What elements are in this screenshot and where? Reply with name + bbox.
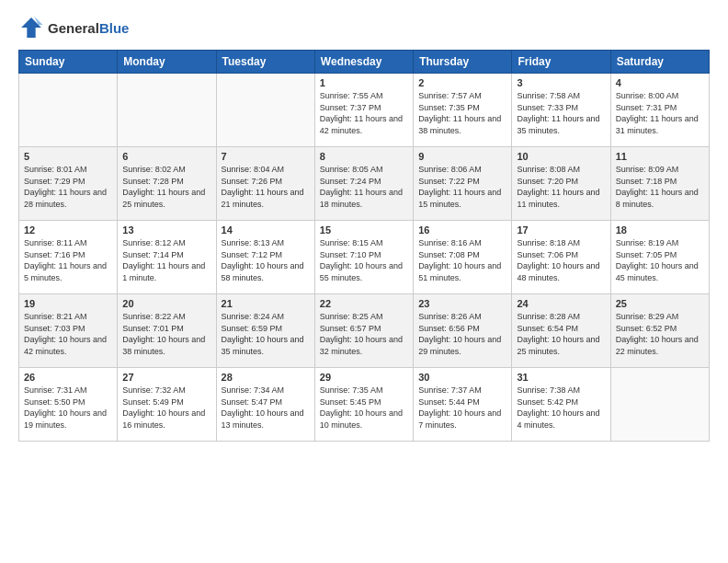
day-info: Sunrise: 7:31 AMSunset: 5:50 PMDaylight:… xyxy=(24,385,112,431)
day-info: Sunrise: 8:29 AMSunset: 6:52 PMDaylight:… xyxy=(616,311,704,357)
day-info: Sunrise: 7:37 AMSunset: 5:44 PMDaylight:… xyxy=(418,385,506,431)
day-number: 2 xyxy=(418,77,506,88)
header-tuesday: Tuesday xyxy=(216,51,314,74)
day-cell xyxy=(118,74,216,147)
day-info: Sunrise: 8:16 AMSunset: 7:08 PMDaylight:… xyxy=(418,237,506,283)
day-number: 25 xyxy=(616,298,704,309)
header-sunday: Sunday xyxy=(19,51,118,74)
header-thursday: Thursday xyxy=(414,51,512,74)
day-info: Sunrise: 7:34 AMSunset: 5:47 PMDaylight:… xyxy=(222,385,310,431)
week-row-4: 19Sunrise: 8:21 AMSunset: 7:03 PMDayligh… xyxy=(19,294,710,368)
day-number: 4 xyxy=(616,77,704,88)
day-info: Sunrise: 8:12 AMSunset: 7:14 PMDaylight:… xyxy=(122,237,210,283)
day-info: Sunrise: 8:19 AMSunset: 7:05 PMDaylight:… xyxy=(616,237,704,283)
day-cell: 4Sunrise: 8:00 AMSunset: 7:31 PMDaylight… xyxy=(610,74,709,147)
day-cell: 9Sunrise: 8:06 AMSunset: 7:22 PMDaylight… xyxy=(414,147,512,221)
day-number: 27 xyxy=(122,372,210,383)
day-number: 16 xyxy=(418,224,506,236)
day-cell: 18Sunrise: 8:19 AMSunset: 7:05 PMDayligh… xyxy=(610,221,709,294)
day-cell xyxy=(610,368,709,442)
day-cell: 20Sunrise: 8:22 AMSunset: 7:01 PMDayligh… xyxy=(118,294,216,368)
day-cell: 30Sunrise: 7:37 AMSunset: 5:44 PMDayligh… xyxy=(414,368,512,442)
day-info: Sunrise: 8:24 AMSunset: 6:59 PMDaylight:… xyxy=(222,311,310,357)
day-cell: 24Sunrise: 8:28 AMSunset: 6:54 PMDayligh… xyxy=(512,294,610,368)
day-cell: 15Sunrise: 8:15 AMSunset: 7:10 PMDayligh… xyxy=(314,221,413,294)
day-number: 8 xyxy=(320,151,408,162)
calendar-header-row: SundayMondayTuesdayWednesdayThursdayFrid… xyxy=(19,51,710,74)
day-cell: 25Sunrise: 8:29 AMSunset: 6:52 PMDayligh… xyxy=(610,294,709,368)
day-number: 3 xyxy=(517,77,605,88)
day-cell: 7Sunrise: 8:04 AMSunset: 7:26 PMDaylight… xyxy=(216,147,314,221)
day-cell xyxy=(19,74,118,147)
day-cell: 23Sunrise: 8:26 AMSunset: 6:56 PMDayligh… xyxy=(414,294,512,368)
day-cell: 5Sunrise: 8:01 AMSunset: 7:29 PMDaylight… xyxy=(19,147,118,221)
day-number: 6 xyxy=(122,151,210,162)
header-saturday: Saturday xyxy=(610,51,709,74)
day-info: Sunrise: 7:38 AMSunset: 5:42 PMDaylight:… xyxy=(517,385,605,431)
day-cell: 8Sunrise: 8:05 AMSunset: 7:24 PMDaylight… xyxy=(314,147,413,221)
day-info: Sunrise: 8:11 AMSunset: 7:16 PMDaylight:… xyxy=(24,237,112,283)
day-info: Sunrise: 8:06 AMSunset: 7:22 PMDaylight:… xyxy=(418,164,506,210)
day-cell: 22Sunrise: 8:25 AMSunset: 6:57 PMDayligh… xyxy=(314,294,413,368)
day-number: 26 xyxy=(24,372,112,383)
day-info: Sunrise: 8:08 AMSunset: 7:20 PMDaylight:… xyxy=(517,164,605,210)
day-number: 20 xyxy=(122,298,210,309)
calendar-table: SundayMondayTuesdayWednesdayThursdayFrid… xyxy=(18,50,710,442)
day-cell: 3Sunrise: 7:58 AMSunset: 7:33 PMDaylight… xyxy=(512,74,610,147)
day-cell: 10Sunrise: 8:08 AMSunset: 7:20 PMDayligh… xyxy=(512,147,610,221)
day-cell: 14Sunrise: 8:13 AMSunset: 7:12 PMDayligh… xyxy=(216,221,314,294)
day-number: 21 xyxy=(222,298,310,309)
day-info: Sunrise: 7:57 AMSunset: 7:35 PMDaylight:… xyxy=(418,90,506,136)
day-number: 22 xyxy=(320,298,408,309)
page: GeneralBlue SundayMondayTuesdayWednesday… xyxy=(0,0,728,563)
day-number: 24 xyxy=(517,298,605,309)
day-info: Sunrise: 7:58 AMSunset: 7:33 PMDaylight:… xyxy=(517,90,605,136)
day-cell: 26Sunrise: 7:31 AMSunset: 5:50 PMDayligh… xyxy=(19,368,118,442)
day-number: 31 xyxy=(517,372,605,383)
day-number: 12 xyxy=(24,224,112,236)
day-info: Sunrise: 8:09 AMSunset: 7:18 PMDaylight:… xyxy=(616,164,704,210)
day-cell: 19Sunrise: 8:21 AMSunset: 7:03 PMDayligh… xyxy=(19,294,118,368)
day-info: Sunrise: 8:05 AMSunset: 7:24 PMDaylight:… xyxy=(320,164,408,210)
day-cell: 17Sunrise: 8:18 AMSunset: 7:06 PMDayligh… xyxy=(512,221,610,294)
day-info: Sunrise: 7:55 AMSunset: 7:37 PMDaylight:… xyxy=(320,90,408,136)
day-number: 23 xyxy=(418,298,506,309)
day-cell: 11Sunrise: 8:09 AMSunset: 7:18 PMDayligh… xyxy=(610,147,709,221)
day-number: 1 xyxy=(320,77,408,88)
day-info: Sunrise: 8:21 AMSunset: 7:03 PMDaylight:… xyxy=(24,311,112,357)
week-row-2: 5Sunrise: 8:01 AMSunset: 7:29 PMDaylight… xyxy=(19,147,710,221)
day-cell: 31Sunrise: 7:38 AMSunset: 5:42 PMDayligh… xyxy=(512,368,610,442)
day-cell: 12Sunrise: 8:11 AMSunset: 7:16 PMDayligh… xyxy=(19,221,118,294)
header-wednesday: Wednesday xyxy=(314,51,413,74)
day-info: Sunrise: 8:00 AMSunset: 7:31 PMDaylight:… xyxy=(616,90,704,136)
week-row-5: 26Sunrise: 7:31 AMSunset: 5:50 PMDayligh… xyxy=(19,368,710,442)
logo-icon xyxy=(18,15,44,40)
logo-text: GeneralBlue xyxy=(48,20,129,36)
day-info: Sunrise: 8:22 AMSunset: 7:01 PMDaylight:… xyxy=(122,311,210,357)
day-cell: 27Sunrise: 7:32 AMSunset: 5:49 PMDayligh… xyxy=(118,368,216,442)
day-cell: 16Sunrise: 8:16 AMSunset: 7:08 PMDayligh… xyxy=(414,221,512,294)
day-cell xyxy=(216,74,314,147)
day-info: Sunrise: 7:32 AMSunset: 5:49 PMDaylight:… xyxy=(122,385,210,431)
day-cell: 1Sunrise: 7:55 AMSunset: 7:37 PMDaylight… xyxy=(314,74,413,147)
day-number: 10 xyxy=(517,151,605,162)
day-cell: 28Sunrise: 7:34 AMSunset: 5:47 PMDayligh… xyxy=(216,368,314,442)
day-info: Sunrise: 8:28 AMSunset: 6:54 PMDaylight:… xyxy=(517,311,605,357)
day-number: 28 xyxy=(222,372,310,383)
day-info: Sunrise: 8:13 AMSunset: 7:12 PMDaylight:… xyxy=(222,237,310,283)
day-info: Sunrise: 8:02 AMSunset: 7:28 PMDaylight:… xyxy=(122,164,210,210)
day-cell: 21Sunrise: 8:24 AMSunset: 6:59 PMDayligh… xyxy=(216,294,314,368)
day-number: 15 xyxy=(320,224,408,236)
day-cell: 6Sunrise: 8:02 AMSunset: 7:28 PMDaylight… xyxy=(118,147,216,221)
day-info: Sunrise: 8:18 AMSunset: 7:06 PMDaylight:… xyxy=(517,237,605,283)
day-info: Sunrise: 8:15 AMSunset: 7:10 PMDaylight:… xyxy=(320,237,408,283)
week-row-3: 12Sunrise: 8:11 AMSunset: 7:16 PMDayligh… xyxy=(19,221,710,294)
day-info: Sunrise: 8:26 AMSunset: 6:56 PMDaylight:… xyxy=(418,311,506,357)
day-number: 7 xyxy=(222,151,310,162)
day-number: 29 xyxy=(320,372,408,383)
day-number: 11 xyxy=(616,151,704,162)
day-cell: 29Sunrise: 7:35 AMSunset: 5:45 PMDayligh… xyxy=(314,368,413,442)
header: GeneralBlue xyxy=(18,15,710,40)
day-number: 9 xyxy=(418,151,506,162)
day-number: 19 xyxy=(24,298,112,309)
